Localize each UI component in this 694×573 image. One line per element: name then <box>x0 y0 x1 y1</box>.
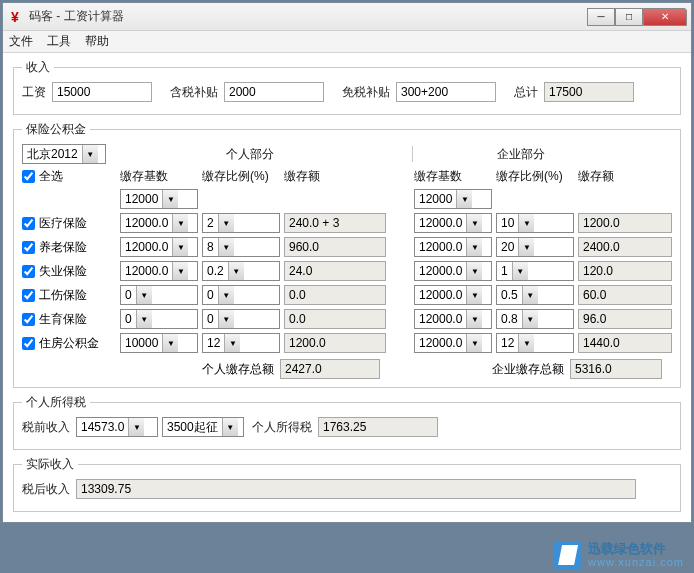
row-checkbox[interactable]: 养老保险 <box>22 239 116 256</box>
income-legend: 收入 <box>22 59 54 76</box>
personal-rate-combo[interactable]: 0▼ <box>202 309 280 329</box>
pretax-combo[interactable]: 14573.0▼ <box>76 417 158 437</box>
company-rate-combo[interactable]: 10▼ <box>496 213 574 233</box>
personal-rate-combo[interactable]: 12▼ <box>202 333 280 353</box>
chevron-down-icon: ▼ <box>172 238 188 256</box>
row-checkbox[interactable]: 生育保险 <box>22 311 116 328</box>
menu-help[interactable]: 帮助 <box>85 33 109 50</box>
total-output <box>544 82 634 102</box>
tax-legend: 个人所得税 <box>22 394 90 411</box>
salary-label: 工资 <box>22 84 48 101</box>
personal-rate-combo[interactable]: 2▼ <box>202 213 280 233</box>
chevron-down-icon: ▼ <box>162 190 178 208</box>
personal-base-combo[interactable]: 12000.0▼ <box>120 213 198 233</box>
personal-amount-output: 0.0 <box>284 309 386 329</box>
region-value: 北京2012 <box>23 146 82 163</box>
row-checkbox[interactable]: 医疗保险 <box>22 215 116 232</box>
chevron-down-icon: ▼ <box>466 286 482 304</box>
total-label: 总计 <box>514 84 540 101</box>
personal-amount-output: 1200.0 <box>284 333 386 353</box>
company-sum-output: 5316.0 <box>570 359 662 379</box>
insurance-legend: 保险公积金 <box>22 121 90 138</box>
select-all-checkbox[interactable]: 全选 <box>22 168 116 185</box>
personal-base-combo[interactable]: 0▼ <box>120 309 198 329</box>
pretax-label: 税前收入 <box>22 419 72 436</box>
real-group: 实际收入 税后收入 <box>13 456 681 512</box>
personal-sum-output: 2427.0 <box>280 359 380 379</box>
tax-label: 个人所得税 <box>252 419 314 436</box>
chevron-down-icon: ▼ <box>466 262 482 280</box>
personal-rate-combo[interactable]: 8▼ <box>202 237 280 257</box>
chevron-down-icon: ▼ <box>136 286 152 304</box>
taxable-label: 含税补贴 <box>170 84 220 101</box>
posttax-output <box>76 479 636 499</box>
company-base-combo[interactable]: 12000▼ <box>414 189 492 209</box>
chevron-down-icon: ▼ <box>218 214 234 232</box>
personal-amount-output: 240.0 + 3 <box>284 213 386 233</box>
company-rate-combo[interactable]: 1▼ <box>496 261 574 281</box>
company-base-combo[interactable]: 12000.0▼ <box>414 261 492 281</box>
chevron-down-icon: ▼ <box>456 190 472 208</box>
personal-base-combo[interactable]: 0▼ <box>120 285 198 305</box>
posttax-label: 税后收入 <box>22 481 72 498</box>
chevron-down-icon: ▼ <box>522 286 538 304</box>
watermark-name: 迅载绿色软件 <box>588 542 684 556</box>
company-amount-output: 2400.0 <box>578 237 672 257</box>
tax-output <box>318 417 438 437</box>
taxable-input[interactable] <box>224 82 324 102</box>
region-combo[interactable]: 北京2012 ▼ <box>22 144 106 164</box>
company-base-combo[interactable]: 12000.0▼ <box>414 309 492 329</box>
company-rate-combo[interactable]: 0.5▼ <box>496 285 574 305</box>
personal-header: 个人部分 <box>226 146 274 163</box>
company-base-combo[interactable]: 12000.0▼ <box>414 237 492 257</box>
threshold-combo[interactable]: 3500起征▼ <box>162 417 244 437</box>
nontax-label: 免税补贴 <box>342 84 392 101</box>
tax-group: 个人所得税 税前收入 14573.0▼ 3500起征▼ 个人所得税 <box>13 394 681 450</box>
company-rate-combo[interactable]: 12▼ <box>496 333 574 353</box>
personal-amount-output: 24.0 <box>284 261 386 281</box>
company-base-combo[interactable]: 12000.0▼ <box>414 213 492 233</box>
chevron-down-icon: ▼ <box>466 334 482 352</box>
salary-input[interactable] <box>52 82 152 102</box>
watermark: 迅载绿色软件 www.xunzai.com <box>554 541 684 569</box>
chevron-down-icon: ▼ <box>218 310 234 328</box>
chevron-down-icon: ▼ <box>466 310 482 328</box>
company-base-header: 缴存基数 <box>414 168 492 185</box>
minimize-button[interactable]: ─ <box>587 8 615 26</box>
personal-base-combo[interactable]: 12000.0▼ <box>120 237 198 257</box>
personal-amount-output: 0.0 <box>284 285 386 305</box>
nontax-input[interactable] <box>396 82 496 102</box>
personal-rate-combo[interactable]: 0▼ <box>202 285 280 305</box>
menu-tools[interactable]: 工具 <box>47 33 71 50</box>
company-rate-combo[interactable]: 0.8▼ <box>496 309 574 329</box>
row-checkbox[interactable]: 住房公积金 <box>22 335 116 352</box>
personal-base-combo[interactable]: 12000.0▼ <box>120 261 198 281</box>
watermark-icon <box>554 541 582 569</box>
company-sum-label: 企业缴存总额 <box>492 361 564 378</box>
chevron-down-icon: ▼ <box>82 145 98 163</box>
chevron-down-icon: ▼ <box>162 334 178 352</box>
menubar: 文件 工具 帮助 <box>3 31 691 53</box>
row-checkbox[interactable]: 失业保险 <box>22 263 116 280</box>
personal-rate-header: 缴存比例(%) <box>202 168 280 185</box>
chevron-down-icon: ▼ <box>224 334 240 352</box>
personal-base-header: 缴存基数 <box>120 168 198 185</box>
window-title: 码客 - 工资计算器 <box>29 8 587 25</box>
company-base-combo[interactable]: 12000.0▼ <box>414 333 492 353</box>
chevron-down-icon: ▼ <box>466 238 482 256</box>
menu-file[interactable]: 文件 <box>9 33 33 50</box>
personal-base-combo[interactable]: 12000▼ <box>120 189 198 209</box>
company-amount-output: 60.0 <box>578 285 672 305</box>
chevron-down-icon: ▼ <box>128 418 144 436</box>
company-base-combo[interactable]: 12000.0▼ <box>414 285 492 305</box>
maximize-button[interactable]: □ <box>615 8 643 26</box>
income-group: 收入 工资 含税补贴 免税补贴 总计 <box>13 59 681 115</box>
chevron-down-icon: ▼ <box>222 418 238 436</box>
company-rate-combo[interactable]: 20▼ <box>496 237 574 257</box>
close-button[interactable]: ✕ <box>643 8 687 26</box>
row-checkbox[interactable]: 工伤保险 <box>22 287 116 304</box>
personal-rate-combo[interactable]: 0.2▼ <box>202 261 280 281</box>
watermark-url: www.xunzai.com <box>588 556 684 568</box>
company-rate-header: 缴存比例(%) <box>496 168 574 185</box>
personal-base-combo[interactable]: 10000▼ <box>120 333 198 353</box>
